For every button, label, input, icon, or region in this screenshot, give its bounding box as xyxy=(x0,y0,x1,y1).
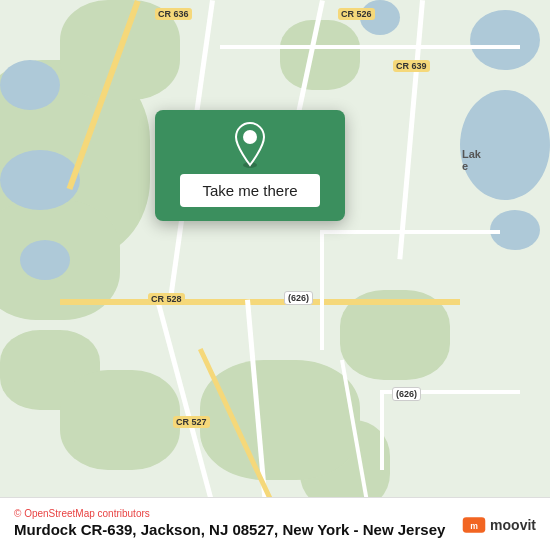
water-area xyxy=(0,60,60,110)
copyright-symbol: © xyxy=(14,508,21,519)
green-area xyxy=(60,370,180,470)
map-pin xyxy=(229,124,271,166)
road xyxy=(397,0,425,259)
moovit-text: moovit xyxy=(490,517,536,533)
map-background: CR 636 CR 526 CR 639 CR 528 (626) (626) … xyxy=(0,0,550,550)
road xyxy=(320,230,324,350)
bottom-info-bar: © OpenStreetMap contributors Murdock CR-… xyxy=(0,497,550,550)
road xyxy=(380,390,384,470)
location-popup: Take me there xyxy=(155,110,345,221)
road-label-cr528: CR 528 xyxy=(148,293,185,305)
moovit-icon: m xyxy=(461,512,487,538)
road-label-cr639: CR 639 xyxy=(393,60,430,72)
moovit-logo: m moovit xyxy=(461,512,536,538)
location-title: Murdock CR-639, Jackson, NJ 08527, New Y… xyxy=(14,521,536,538)
lake-label: Lake xyxy=(462,148,481,172)
road xyxy=(60,299,460,305)
svg-text:m: m xyxy=(470,521,478,531)
road-label-cr527: CR 527 xyxy=(173,416,210,428)
take-me-there-button[interactable]: Take me there xyxy=(180,174,319,207)
green-area xyxy=(280,20,360,90)
pin-icon xyxy=(229,121,271,169)
map-container: CR 636 CR 526 CR 639 CR 528 (626) (626) … xyxy=(0,0,550,550)
water-area xyxy=(0,150,80,210)
svg-point-1 xyxy=(243,130,257,144)
osm-credit: © OpenStreetMap contributors xyxy=(14,508,536,519)
water-area xyxy=(470,10,540,70)
osm-text: OpenStreetMap contributors xyxy=(24,508,150,519)
road xyxy=(220,45,520,49)
road xyxy=(320,230,500,234)
road-label-626b: (626) xyxy=(392,387,421,401)
road-label-cr636: CR 636 xyxy=(155,8,192,20)
water-area xyxy=(20,240,70,280)
road-label-626a: (626) xyxy=(284,291,313,305)
road-label-cr526: CR 526 xyxy=(338,8,375,20)
green-area xyxy=(200,360,360,480)
water-area xyxy=(460,90,550,200)
